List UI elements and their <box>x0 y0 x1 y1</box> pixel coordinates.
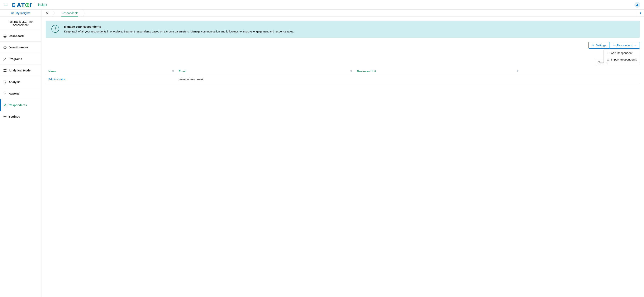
svg-rect-9 <box>6 69 6 70</box>
doc-bar-icon <box>3 92 7 95</box>
sidebar-item-label: Respondents <box>9 103 27 107</box>
sidebar-item-label: Dashboard <box>9 34 24 38</box>
sidebar-item-questionnaire[interactable]: Questionnaire <box>0 42 41 53</box>
menu-item-add-respondent[interactable]: Add Respondent <box>604 50 640 56</box>
gear-icon <box>592 44 594 47</box>
menu-item-import-respondents[interactable]: Import Respondents <box>604 56 640 63</box>
svg-point-7 <box>5 48 5 48</box>
col-header-label: Business Unit <box>357 70 376 73</box>
sidebar-item-reports[interactable]: Reports <box>0 88 41 99</box>
settings-label: Settings <box>596 44 606 47</box>
my-insights-label: My Insights <box>16 11 30 15</box>
menu-item-label: Import Respondents <box>611 58 637 61</box>
row-business-unit <box>354 75 521 83</box>
question-icon <box>3 46 7 49</box>
breadcrumb-current[interactable]: Respondents <box>57 10 82 16</box>
people-icon <box>3 103 7 107</box>
menu-item-label: Add Respondent <box>611 51 632 55</box>
chevron-left-icon <box>640 12 642 14</box>
sidebar-item-label: Questionnaire <box>9 46 28 49</box>
pen-icon <box>3 57 7 61</box>
nodes-icon <box>3 69 7 72</box>
home-icon <box>3 34 7 38</box>
sidebar-item-label: Reports <box>9 92 20 95</box>
col-header-label: Name <box>48 70 56 73</box>
info-banner: i Manage Your Respondents Keep track of … <box>46 21 640 38</box>
sidebar-item-analysis[interactable]: Analysis <box>0 76 41 88</box>
sidebar-item-programs[interactable]: Programs <box>0 53 41 65</box>
respondent-dropdown-button[interactable]: Respondent <box>610 42 640 49</box>
respondent-dropdown-menu: Add Respondent Import Respondents <box>604 50 640 63</box>
sidebar: My Insights Test Bank LLC Risk Assessmen… <box>0 10 42 297</box>
sidebar-nav: Dashboard Questionnaire Programs Analyti… <box>0 30 41 122</box>
content: i Manage Your Respondents Keep track of … <box>42 17 644 83</box>
plus-icon <box>606 52 609 54</box>
breadcrumb-bar: Respondents <box>42 10 644 17</box>
breadcrumb-separator <box>52 10 57 16</box>
gear-icon <box>3 115 7 118</box>
chevron-down-icon <box>634 44 636 47</box>
row-name-link[interactable]: Administrator <box>48 78 65 81</box>
home-icon <box>46 12 49 15</box>
search-row <box>46 59 640 65</box>
product-name[interactable]: Insight <box>38 3 47 7</box>
svg-point-17 <box>593 45 594 46</box>
sort-icon[interactable] <box>350 70 352 72</box>
info-title: Manage Your Respondents <box>64 25 294 28</box>
col-header-label: Email <box>179 70 186 73</box>
toolbar: Settings Respondent Add Respondent Impor… <box>46 42 640 49</box>
sidebar-item-respondents[interactable]: Respondents <box>0 99 41 111</box>
svg-point-15 <box>5 104 6 105</box>
user-avatar[interactable] <box>634 2 640 8</box>
brand-logo[interactable]: R <box>12 3 33 7</box>
top-header: R Insight <box>0 0 644 10</box>
row-email: value_admin_email <box>176 75 355 83</box>
sidebar-item-dashboard[interactable]: Dashboard <box>0 30 41 42</box>
col-header-actions <box>521 67 640 75</box>
sidebar-item-analytical-model[interactable]: Analytical Model <box>0 65 41 76</box>
svg-point-14 <box>4 104 5 105</box>
project-title: Test Bank LLC Risk Assessment <box>0 17 41 30</box>
respondent-label: Respondent <box>617 44 632 47</box>
svg-rect-11 <box>6 71 6 72</box>
sort-icon[interactable] <box>516 70 519 72</box>
col-header-business-unit[interactable]: Business Unit <box>354 67 521 75</box>
sidebar-item-label: Programs <box>9 57 22 61</box>
brand-divider <box>35 3 35 7</box>
upload-icon <box>606 58 609 61</box>
svg-point-4 <box>637 4 638 5</box>
sidebar-item-label: Settings <box>9 115 20 118</box>
table-row: Administrator value_admin_email <box>46 75 640 83</box>
breadcrumb-current-label: Respondents <box>62 11 78 15</box>
sidebar-item-label: Analysis <box>9 80 20 84</box>
sort-icon[interactable] <box>172 70 174 72</box>
breadcrumb-home[interactable] <box>42 10 52 16</box>
breadcrumb-separator <box>82 10 88 16</box>
sidebar-item-settings[interactable]: Settings <box>0 111 41 122</box>
svg-rect-10 <box>4 71 4 72</box>
info-icon: i <box>52 25 59 33</box>
menu-toggle-button[interactable] <box>4 4 7 6</box>
svg-point-16 <box>4 116 6 117</box>
respondents-table: Name Email <box>46 67 640 83</box>
breadcrumb-collapse-button[interactable] <box>637 10 644 16</box>
col-header-name[interactable]: Name <box>46 67 176 75</box>
sidebar-item-label: Analytical Model <box>9 69 31 72</box>
settings-button[interactable]: Settings <box>588 42 610 49</box>
my-insights-link[interactable]: My Insights <box>0 10 41 17</box>
row-actions <box>521 75 640 83</box>
main: Respondents i Manage Your Respondents Ke… <box>42 10 644 297</box>
plus-icon <box>612 44 616 47</box>
svg-rect-8 <box>4 69 4 70</box>
info-body: Keep track of all your respondents in on… <box>64 30 294 34</box>
pie-icon <box>3 80 7 84</box>
col-header-email[interactable]: Email <box>176 67 355 75</box>
